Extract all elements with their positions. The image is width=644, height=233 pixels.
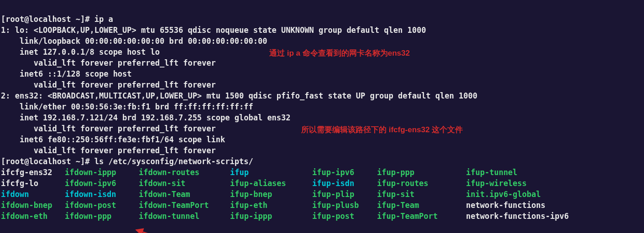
ls-row: ifdown-ethifdown-pppifdown-tunnelifup-ip… [1,211,644,222]
prompt-2: [root@localhost ~]# [1,157,94,166]
ip-output-line: 2: ens32: <BROADCAST,MULTICAST,UP,LOWER_… [1,91,477,100]
ls-file: ifdown-ippp [65,167,139,178]
ls-file: ifup [230,167,312,178]
ls-file: ifdown-Team [139,189,230,200]
ls-file: ifup-tunnel [466,167,518,178]
ls-row: ifdown-bnepifdown-postifdown-TeamPortifu… [1,200,644,211]
ip-output-line: link/ether 00:50:56:3e:fb:f1 brd ff:ff:f… [1,102,253,111]
ls-file: ifdown-TeamPort [139,200,230,211]
ls-output: ifcfg-ens32ifdown-ipppifdown-routesifupi… [0,167,644,222]
ls-row: ifcfg-loifdown-ipv6ifdown-sitifup-aliase… [1,178,644,189]
ls-file: ifup-plusb [312,200,377,211]
ls-row: ifcfg-ens32ifdown-ipppifdown-routesifupi… [1,167,644,178]
arrow-to-ipa [136,230,267,233]
annotation-text-2: 所以需要编辑该路径下的 ifcfg-ens32 这个文件 [301,124,463,135]
ls-file: ifdown-bnep [1,200,65,211]
ls-file: network-functions-ipv6 [466,211,569,222]
ls-file: ifdown-isdn [65,189,139,200]
annotation-text-1: 通过 ip a 命令查看到的网卡名称为ens32 [269,48,410,59]
ls-file: ifcfg-lo [1,178,65,189]
ls-file: ifup-routes [377,178,466,189]
ls-file: ifup-eth [230,200,312,211]
prompt-1: [root@localhost ~]# [1,15,94,24]
ls-file: ifup-ippp [230,211,312,222]
ls-file: ifup-aliases [230,178,312,189]
command-ls: ls /etc/sysconfig/network-scripts/ [94,157,253,166]
ls-file: ifdown-post [65,200,139,211]
ls-file: ifdown-routes [139,167,230,178]
ls-file: ifcfg-ens32 [1,167,65,178]
ls-file: ifdown-ppp [65,211,139,222]
ls-file: ifup-wireless [466,178,527,189]
ls-file: ifdown-sit [139,178,230,189]
ls-file: ifup-post [312,211,377,222]
ls-file: ifup-plip [312,189,377,200]
prompt-line-2: [root@localhost ~]# ls /etc/sysconfig/ne… [1,157,253,166]
ls-file: ifdown [1,189,65,200]
ip-output-line: valid_lft forever preferred_lft forever [1,146,216,155]
ip-output-line: inet 192.168.7.121/24 brd 192.168.7.255 … [1,113,291,122]
ip-output-line: valid_lft forever preferred_lft forever [1,80,216,89]
prompt-line-1: [root@localhost ~]# ip a [1,15,113,24]
ls-file: ifup-TeamPort [377,211,466,222]
ls-file: ifdown-eth [1,211,65,222]
ip-output-line: inet6 ::1/128 scope host [1,69,132,78]
ip-output-line: valid_lft forever preferred_lft forever [1,124,216,133]
ip-output-line: valid_lft forever preferred_lft forever [1,58,216,67]
ls-file: network-functions [466,200,545,211]
ls-file: ifup-ipv6 [312,167,377,178]
ip-output-line: inet6 fe80::250:56ff:fe3e:fbf1/64 scope … [1,135,225,144]
ls-file: ifup-sit [377,189,466,200]
ls-file: init.ipv6-global [466,189,541,200]
ls-file: ifup-isdn [312,178,377,189]
annotation-arrows [0,222,644,233]
ip-output-line: 1: lo: <LOOPBACK,UP,LOWER_UP> mtu 65536 … [1,26,426,35]
ls-file: ifdown-ipv6 [65,178,139,189]
ip-output-line: link/loopback 00:00:00:00:00:00 brd 00:0… [1,36,267,46]
ls-file: ifup-bnep [230,189,312,200]
ls-file: ifup-ppp [377,167,466,178]
ls-row: ifdownifdown-isdnifdown-Teamifup-bnepifu… [1,189,644,200]
ip-output-line: inet 127.0.0.1/8 scope host lo [1,47,160,57]
ls-file: ifdown-tunnel [139,211,230,222]
command-ip-a: ip a [94,15,113,24]
terminal-output: [root@localhost ~]# ip a 1: lo: <LOOPBAC… [0,0,644,167]
ls-file: ifup-Team [377,200,466,211]
